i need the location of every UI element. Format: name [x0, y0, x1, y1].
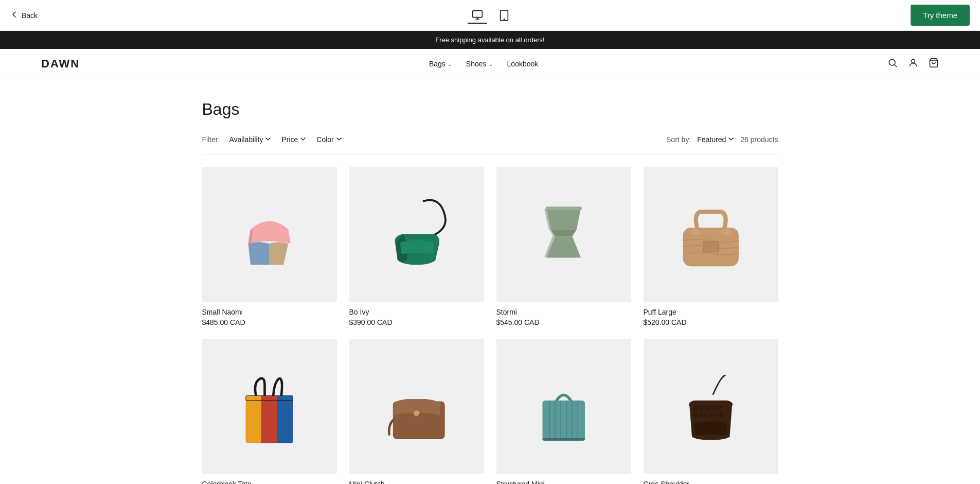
top-bar: Back Try theme [0, 0, 980, 31]
svg-rect-28 [542, 438, 585, 441]
sort-select[interactable]: Featured [697, 135, 734, 144]
back-label: Back [22, 11, 38, 20]
main-content: Bags Filter: Availability Price Color [161, 79, 819, 484]
svg-rect-21 [542, 401, 585, 441]
svg-rect-9 [545, 207, 581, 211]
nav-shoes[interactable]: Shoes ⌄ [466, 60, 493, 68]
product-price: $545.00 CAD [496, 318, 631, 326]
chevron-down-icon [336, 135, 342, 144]
svg-rect-17 [277, 396, 293, 443]
filter-availability-label: Availability [229, 135, 263, 144]
announcement-text: Free shipping available on all orders! [435, 36, 544, 44]
product-name: Small Naomi [202, 308, 337, 316]
svg-point-4 [504, 19, 504, 19]
back-button[interactable]: Back [10, 10, 38, 20]
product-image [202, 339, 337, 474]
nav-shoes-label: Shoes [466, 60, 487, 68]
nav-bags-label: Bags [429, 60, 446, 68]
device-icons [468, 7, 513, 24]
filter-color-label: Color [316, 135, 333, 144]
product-image [496, 339, 631, 474]
store-logo[interactable]: DAWN [41, 57, 80, 71]
nav-lookbook-label: Lookbook [507, 60, 539, 68]
product-image [349, 167, 484, 302]
product-card[interactable]: Bo Ivy $390.00 CAD [349, 167, 484, 326]
page-title: Bags [202, 100, 778, 119]
product-card[interactable]: Small Naomi $485.00 CAD [202, 167, 337, 326]
chevron-down-icon [300, 135, 306, 144]
filters-left: Filter: Availability Price Color [202, 133, 343, 146]
svg-point-5 [889, 59, 895, 65]
product-image [496, 167, 631, 302]
product-image [202, 167, 337, 302]
try-theme-button[interactable]: Try theme [911, 5, 970, 26]
product-price: $390.00 CAD [349, 318, 484, 326]
filter-price[interactable]: Price [280, 133, 307, 146]
chevron-down-icon: ⌄ [489, 61, 493, 67]
store-nav: Bags ⌄ Shoes ⌄ Lookbook [429, 60, 538, 68]
product-name: Mini Clutch [349, 480, 484, 484]
chevron-left-icon [10, 10, 19, 20]
svg-rect-0 [472, 10, 482, 17]
nav-bags[interactable]: Bags ⌄ [429, 60, 452, 68]
account-icon[interactable] [908, 58, 918, 71]
sort-selected-value: Featured [697, 135, 726, 144]
chevron-down-icon [728, 135, 734, 144]
cart-icon[interactable] [929, 58, 939, 71]
filter-color[interactable]: Color [315, 133, 343, 146]
product-name: Bo Ivy [349, 308, 484, 316]
nav-lookbook[interactable]: Lookbook [507, 60, 539, 68]
svg-rect-16 [261, 396, 277, 443]
announcement-bar: Free shipping available on all orders! [0, 31, 980, 49]
product-card[interactable]: Mini Clutch $285.00 CAD [349, 339, 484, 484]
product-price: $520.00 CAD [644, 318, 778, 326]
product-card[interactable]: Stormi $545.00 CAD [496, 167, 631, 326]
product-price: $485.00 CAD [202, 318, 337, 326]
product-card[interactable]: Structured Mini $395.00 CAD [496, 339, 631, 484]
store-actions [887, 58, 939, 71]
product-image [349, 339, 484, 474]
product-name: Colorblock Tote [202, 480, 337, 484]
filter-availability[interactable]: Availability [228, 133, 273, 146]
product-image [644, 167, 778, 302]
svg-point-7 [912, 59, 915, 63]
svg-point-12 [690, 229, 701, 235]
chevron-down-icon: ⌄ [448, 61, 452, 67]
product-name: Croc Shoulder [644, 480, 778, 484]
product-card[interactable]: Colorblock Tote $465.00 CAD [202, 339, 337, 484]
svg-line-6 [895, 64, 897, 67]
product-name: Structured Mini [496, 480, 631, 484]
store-header: DAWN Bags ⌄ Shoes ⌄ Lookbook [0, 49, 980, 79]
filters-right: Sort by: Featured 26 products [666, 135, 778, 144]
product-card[interactable]: Puff Large $520.00 CAD [644, 167, 778, 326]
filter-label: Filter: [202, 135, 220, 144]
tablet-icon[interactable] [495, 7, 513, 24]
svg-rect-11 [703, 242, 718, 252]
product-grid: Small Naomi $485.00 CAD Bo Ivy $390.0 [202, 167, 778, 484]
chevron-down-icon [265, 135, 271, 144]
product-name: Puff Large [644, 308, 778, 316]
product-name: Stormi [496, 308, 631, 316]
filters-bar: Filter: Availability Price Color [202, 133, 778, 154]
product-count: 26 products [740, 135, 778, 144]
product-image [644, 339, 778, 474]
svg-point-13 [721, 229, 731, 235]
desktop-icon[interactable] [468, 7, 487, 24]
svg-point-20 [414, 410, 419, 416]
product-card[interactable]: Croc Shoulder $510.00 CAD [644, 339, 778, 484]
svg-rect-15 [246, 396, 261, 443]
search-icon[interactable] [887, 58, 898, 71]
filter-price-label: Price [281, 135, 298, 144]
sort-label: Sort by: [666, 135, 691, 144]
